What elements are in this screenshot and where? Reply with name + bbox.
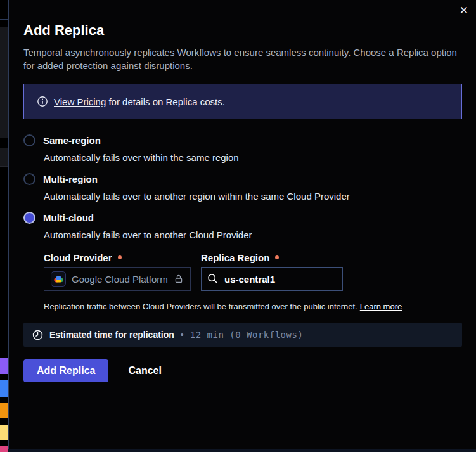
cancel-button[interactable]: Cancel [128, 365, 161, 377]
required-indicator [118, 255, 122, 259]
backdrop-stripe [0, 358, 8, 374]
radio-same-region[interactable] [23, 134, 35, 146]
replica-region-label: Replica Region [201, 252, 343, 263]
field-label-text: Cloud Provider [44, 252, 112, 263]
cloud-provider-select[interactable]: Google Cloud Platform [44, 267, 191, 291]
backdrop-stripe [0, 446, 8, 452]
pricing-info-banner: View Pricing for details on Replica cost… [23, 84, 462, 119]
backdrop-stripe [0, 403, 8, 418]
backdrop-panel [0, 148, 8, 167]
replica-region-input[interactable] [201, 267, 343, 291]
note-text: Replication traffic between Cloud Provid… [44, 302, 357, 311]
google-cloud-icon [51, 271, 66, 287]
public-internet-note: Replication traffic between Cloud Provid… [44, 302, 462, 311]
replica-option-group: Same-region Automatically fails over wit… [23, 134, 462, 311]
learn-more-link[interactable]: Learn more [360, 302, 402, 311]
radio-multi-cloud[interactable] [23, 212, 35, 224]
clock-icon [32, 330, 43, 340]
backdrop-bottom-edge [8, 449, 476, 452]
page-title: Add Replica [23, 22, 462, 39]
estimate-label: Estimated time for replication [49, 330, 174, 340]
backdrop-panel [0, 27, 8, 138]
view-pricing-link[interactable]: View Pricing [54, 96, 106, 107]
option-same-region: Same-region Automatically fails over wit… [23, 134, 462, 164]
option-same-region-radio-row[interactable]: Same-region [23, 134, 462, 146]
modal-description: Temporal asynchronously replicates Workf… [23, 46, 462, 72]
option-description: Automatically fails over to another Clou… [44, 228, 462, 242]
modal-actions: Add Replica Cancel [23, 359, 462, 382]
add-replica-modal: ✕ Add Replica Temporal asynchronously re… [8, 0, 476, 449]
lock-icon [174, 274, 184, 284]
required-indicator [275, 255, 279, 259]
add-replica-button[interactable]: Add Replica [23, 359, 108, 382]
replica-region-field-group: Replica Region [201, 252, 343, 291]
option-description: Automatically fails over within the same… [44, 151, 462, 164]
estimate-separator: • [181, 330, 184, 340]
field-label-text: Replica Region [201, 252, 269, 263]
banner-text-rest: for details on Replica costs. [106, 96, 225, 107]
multi-cloud-subform: Cloud Provider [44, 252, 462, 311]
option-multi-region: Multi-region Automatically fails over to… [23, 173, 462, 203]
cloud-provider-field-group: Cloud Provider [44, 252, 191, 291]
option-multi-region-radio-row[interactable]: Multi-region [23, 173, 462, 185]
option-multi-cloud: Multi-cloud Automatically fails over to … [23, 212, 462, 311]
option-label: Same-region [43, 135, 101, 146]
option-label: Multi-cloud [43, 212, 94, 223]
backdrop-stripe [0, 425, 8, 440]
estimated-time-banner: Estimated time for replication • 12 min … [23, 323, 462, 347]
cloud-provider-value: Google Cloud Platform [72, 274, 168, 285]
banner-text: View Pricing for details on Replica cost… [54, 96, 225, 107]
close-icon[interactable]: ✕ [460, 5, 468, 16]
backdrop-divider [0, 19, 8, 20]
option-label: Multi-region [43, 174, 98, 184]
radio-multi-region[interactable] [23, 173, 35, 185]
info-icon [37, 96, 48, 107]
cloud-provider-label: Cloud Provider [44, 252, 191, 263]
option-description: Automatically fails over to another regi… [44, 190, 462, 203]
backdrop-stripe [0, 380, 8, 397]
estimate-value: 12 min (0 Workflows) [190, 330, 304, 340]
option-multi-cloud-radio-row[interactable]: Multi-cloud [23, 212, 462, 224]
backdrop-page-sliver [0, 0, 8, 452]
